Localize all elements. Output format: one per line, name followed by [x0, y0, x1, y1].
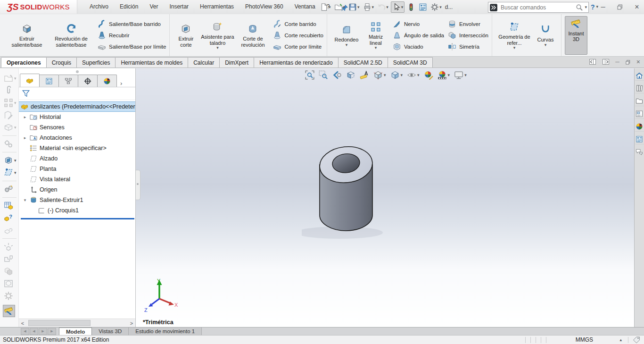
edit-feature-button[interactable] [0, 109, 13, 121]
apply-scene-button[interactable]: ▾ [437, 70, 451, 80]
open-document-button[interactable]: ▾ [333, 2, 347, 12]
boundary-boss-button[interactable]: Saliente/Base por límite [98, 42, 166, 51]
swept-cut-button[interactable]: Corte barrido [273, 20, 323, 28]
menu-edicion[interactable]: Edición [114, 0, 144, 14]
design-table-button[interactable] [0, 200, 13, 212]
units-selector[interactable]: MMGS [549, 336, 619, 343]
tab-dimxpertmanager[interactable] [78, 75, 98, 87]
tab-configurationmanager[interactable] [58, 75, 78, 87]
attachments-button[interactable] [0, 84, 13, 97]
motion-gears-button[interactable] [0, 183, 13, 195]
menu-insertar[interactable]: Insertar [164, 0, 194, 14]
scroll-right-arrow[interactable]: > [128, 320, 135, 326]
revolve-boss-button[interactable]: Revolución de saliente/base [49, 21, 94, 49]
tree-item-saliente-extruir1[interactable]: ▾ Saliente-Extruir1 [19, 195, 135, 205]
scrollbar-thumb[interactable] [28, 320, 91, 326]
doc-restore-button[interactable] [625, 59, 631, 65]
more-tabs-button[interactable]: › [120, 80, 122, 87]
part-compare-button[interactable] [0, 224, 13, 236]
document-name-truncated[interactable]: d... [445, 4, 453, 10]
zoom-to-fit-button[interactable] [305, 70, 315, 80]
reference-geometry-button[interactable]: Geometría de refer... ▾ [495, 19, 533, 51]
extrude-cut-button[interactable]: Extruir corte [173, 21, 198, 49]
expander-icon[interactable]: ▸ [23, 115, 27, 119]
rib-button[interactable]: Nervio [393, 20, 444, 28]
drawing-view-button[interactable] [0, 277, 13, 290]
performance-monitor-button[interactable] [406, 2, 416, 12]
tree-item-sensores[interactable]: Sensores [19, 122, 135, 133]
intersect-button[interactable]: Intersección [448, 31, 488, 40]
tree-item-origen[interactable]: Origen [19, 185, 135, 195]
hide-show-items-button[interactable]: ▾ [406, 70, 420, 80]
scroll-left-arrow[interactable]: < [19, 320, 26, 326]
tree-item-material[interactable]: Material <sin especificar> [19, 143, 135, 153]
mates-button[interactable] [0, 138, 13, 150]
fillet-button[interactable]: Redondeo ▾ [330, 22, 363, 48]
extruded-cut-tool-button[interactable]: ▾ [0, 154, 17, 167]
close-button[interactable]: × [632, 3, 642, 11]
previous-view-button[interactable] [332, 70, 342, 80]
tree-item-historial[interactable]: ▸ Historial [19, 112, 135, 122]
tab-herramientas-moldes[interactable]: Herramientas de moldes [115, 57, 188, 67]
assembly-boxes-button[interactable] [0, 265, 13, 277]
tree-item-alzado[interactable]: Alzado [19, 153, 135, 164]
tree-item-vista-lateral[interactable]: Vista lateral [19, 174, 135, 185]
collapse-pane-left-icon[interactable] [589, 58, 596, 66]
tab-propertymanager[interactable] [39, 75, 59, 87]
hole-wizard-button[interactable]: Asistente para taladro ▾ [198, 19, 236, 51]
view-settings-button[interactable]: ▾ [454, 70, 467, 80]
tree-item-root[interactable]: deslizantes (Predeterminado<<Predeter [19, 101, 135, 112]
search-icon[interactable] [576, 4, 583, 11]
file-properties-button[interactable] [418, 2, 428, 12]
appearances-button[interactable] [635, 121, 644, 132]
help-button[interactable]: ? ▾ [591, 0, 598, 14]
menu-herramientas[interactable]: Herramientas [194, 0, 239, 14]
tab-croquis[interactable]: Croquis [46, 57, 77, 67]
panel-collapse-handle[interactable] [136, 170, 140, 200]
menu-archivo[interactable]: Archivo [84, 0, 114, 14]
menu-photoview[interactable]: PhotoView 360 [239, 0, 289, 14]
part-query-button[interactable]: ? [0, 212, 13, 224]
open-recent-button[interactable]: ▾ [0, 72, 17, 84]
custom-properties-button[interactable] [635, 134, 644, 144]
tree-horizontal-scrollbar[interactable]: < > [19, 319, 135, 327]
undo-button[interactable]: ▾ [376, 2, 389, 12]
tab-calcular[interactable]: Calcular [188, 57, 220, 67]
restore-button[interactable] [615, 3, 625, 11]
tab-displaymanager[interactable] [97, 75, 117, 87]
tab-superficies[interactable]: Superficies [76, 57, 116, 67]
mirror-button[interactable]: Simetría [448, 42, 488, 51]
zoom-to-area-button[interactable] [318, 70, 329, 80]
tab-operaciones[interactable]: Operaciones [1, 57, 47, 67]
reference-plane-button[interactable]: ▾ [0, 167, 17, 179]
doc-close-button[interactable]: × [636, 58, 640, 66]
search-dropdown-icon[interactable]: ▾ [585, 5, 587, 9]
draft-button[interactable]: Ángulo de salida [393, 31, 444, 40]
search-input[interactable] [499, 4, 576, 11]
model-cylinder[interactable] [302, 138, 424, 252]
file-explorer-button[interactable] [635, 96, 644, 106]
nav-prev-button[interactable]: ◀ [30, 328, 38, 335]
extrude-boss-button[interactable]: Extruir saliente/base [5, 21, 49, 49]
tab-solidcam3d[interactable]: SolidCAM 3D [388, 57, 433, 67]
display-style-button[interactable]: ▾ [390, 70, 404, 80]
instant3d-toggle-button[interactable] [3, 305, 15, 317]
graphics-viewport[interactable]: ▾ ▾ ▾ ▾ ▾ [135, 68, 635, 327]
view-orientation-button[interactable]: ▾ [373, 70, 387, 80]
nav-first-button[interactable]: ◀ [21, 328, 29, 335]
panel-splitter-dot[interactable] [76, 70, 79, 73]
design-library-button[interactable] [635, 83, 644, 93]
swept-boss-button[interactable]: Saliente/Base barrido [98, 20, 166, 28]
tab-featuremanager[interactable] [20, 74, 40, 87]
sketch-blocks-button[interactable] [0, 253, 13, 265]
menu-ventana[interactable]: Ventana [289, 0, 321, 14]
view-palette-button[interactable] [635, 109, 644, 119]
options-tool-button[interactable] [0, 290, 13, 302]
menu-ver[interactable]: Ver [144, 0, 164, 14]
nav-last-button[interactable]: ▶ [48, 328, 56, 335]
wrap-button[interactable]: Envolver [448, 20, 488, 28]
edit-appearance-button[interactable] [423, 70, 434, 80]
exploded-view-button[interactable] [0, 241, 13, 253]
shell-button[interactable]: Vaciado [393, 42, 444, 51]
home-tab-button[interactable] [635, 70, 644, 81]
